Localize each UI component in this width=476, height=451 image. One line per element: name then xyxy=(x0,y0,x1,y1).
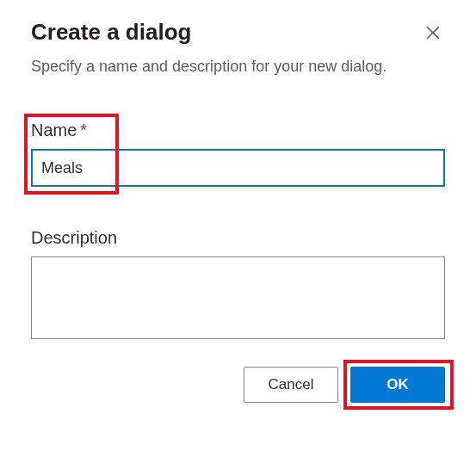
dialog-subtitle: Specify a name and description for your … xyxy=(31,58,445,76)
dialog-container: Create a dialog Specify a name and descr… xyxy=(31,19,445,403)
ok-button-wrap: OK xyxy=(350,367,445,403)
cancel-button-label: Cancel xyxy=(269,376,314,393)
name-label: Name* xyxy=(31,120,445,140)
ok-button-label: OK xyxy=(386,376,409,393)
name-label-text: Name xyxy=(31,120,77,139)
dialog-header: Create a dialog xyxy=(31,19,445,46)
close-button[interactable] xyxy=(421,21,445,45)
name-field-group: Name* xyxy=(31,120,445,187)
required-indicator: * xyxy=(80,120,87,139)
cancel-button[interactable]: Cancel xyxy=(244,367,338,403)
description-label: Description xyxy=(31,228,445,248)
dialog-footer: Cancel OK xyxy=(31,367,445,403)
name-input[interactable] xyxy=(31,149,445,187)
dialog-title: Create a dialog xyxy=(31,19,191,46)
description-input[interactable] xyxy=(31,256,445,339)
close-icon xyxy=(425,25,441,40)
ok-button[interactable]: OK xyxy=(350,367,445,403)
description-field-group: Description xyxy=(31,228,445,343)
